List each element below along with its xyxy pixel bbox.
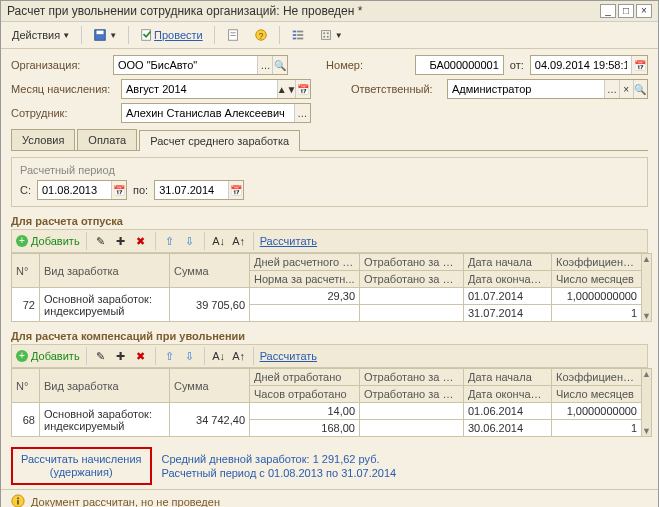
list-icon[interactable] (286, 25, 310, 45)
table-row[interactable]: 72 Основной заработок: индексируемый 39 … (12, 288, 642, 305)
org-search-icon[interactable]: 🔍 (272, 56, 287, 74)
resp-label: Ответственный: (351, 83, 441, 95)
num-input[interactable] (416, 56, 503, 74)
period-to-label: по: (133, 184, 148, 196)
resp-search-icon[interactable]: 🔍 (633, 80, 647, 98)
svg-rect-12 (297, 34, 303, 36)
period-from-label: С: (20, 184, 31, 196)
provesti-button[interactable]: Провести (135, 25, 208, 45)
month-label: Месяц начисления: (11, 83, 115, 95)
svg-rect-13 (297, 38, 303, 40)
sort-asc-icon[interactable]: A↓ (211, 348, 227, 364)
calc-accruals-button[interactable]: Рассчитать начисления (удержания) (11, 447, 152, 485)
svg-rect-21 (17, 500, 19, 504)
month-up-down-icon[interactable]: ▲▼ (277, 80, 295, 98)
help-icon[interactable]: ? (249, 25, 273, 45)
svg-rect-8 (292, 31, 296, 33)
period-to-input[interactable] (155, 181, 228, 199)
section-comp-title: Для расчета компенсаций при увольнении (11, 330, 648, 342)
copy-icon[interactable]: ✚ (113, 348, 129, 364)
period-to-calendar-icon[interactable]: 📅 (228, 181, 243, 199)
recalc-link[interactable]: Рассчитать (260, 235, 317, 247)
sort-desc-icon[interactable]: A↑ (231, 348, 247, 364)
report-icon[interactable] (221, 25, 245, 45)
org-input[interactable] (114, 56, 258, 74)
actions-menu[interactable]: Действия▼ (7, 26, 75, 44)
table-row[interactable]: 68 Основной заработок: индексируемый 34 … (12, 403, 642, 420)
info-icon (11, 494, 25, 507)
num-label: Номер: (326, 59, 409, 71)
delete-icon[interactable]: ✖ (133, 233, 149, 249)
scrollbar[interactable]: ▲▼ (642, 368, 652, 437)
svg-rect-11 (297, 31, 303, 33)
svg-rect-4 (230, 32, 235, 33)
svg-rect-1 (97, 31, 104, 35)
resp-select-icon[interactable]: … (604, 80, 618, 98)
svg-rect-16 (327, 32, 329, 34)
svg-rect-10 (292, 38, 296, 40)
svg-rect-5 (230, 35, 235, 36)
scrollbar[interactable]: ▲▼ (642, 253, 652, 322)
window-title: Расчет при увольнении сотрудника организ… (7, 4, 598, 18)
svg-text:?: ? (258, 31, 263, 41)
svg-rect-14 (321, 31, 330, 40)
comp-grid[interactable]: N° Вид заработка Сумма Дней отработано О… (11, 368, 642, 437)
svg-rect-2 (142, 30, 151, 41)
edit-icon[interactable]: ✎ (93, 233, 109, 249)
svg-rect-15 (323, 32, 325, 34)
add-row-button[interactable]: +Добавить (16, 235, 80, 247)
date-input[interactable] (531, 56, 632, 74)
maximize-button[interactable]: □ (618, 4, 634, 18)
sort-asc-icon[interactable]: A↓ (211, 233, 227, 249)
tab-avg-calc[interactable]: Расчет среднего заработка (139, 130, 300, 151)
resp-clear-icon[interactable]: × (619, 80, 633, 98)
tabs: Условия Оплата Расчет среднего заработка (11, 129, 648, 151)
edit-icon[interactable]: ✎ (93, 348, 109, 364)
vacation-grid[interactable]: N° Вид заработка Сумма Дней расчетного п… (11, 253, 642, 322)
month-input[interactable] (122, 80, 277, 98)
delete-icon[interactable]: ✖ (133, 348, 149, 364)
add-row-button-2[interactable]: +Добавить (16, 350, 80, 362)
footer-info: Средний дневной заработок: 1 291,62 руб.… (162, 452, 397, 480)
settings-icon[interactable]: ▼ (314, 25, 348, 45)
sort-desc-icon[interactable]: A↑ (231, 233, 247, 249)
tab-conditions[interactable]: Условия (11, 129, 75, 150)
move-down-icon[interactable]: ⇩ (182, 233, 198, 249)
move-down-icon[interactable]: ⇩ (182, 348, 198, 364)
svg-rect-17 (323, 36, 325, 38)
minimize-button[interactable]: _ (600, 4, 616, 18)
resp-input[interactable] (448, 80, 604, 98)
period-from-calendar-icon[interactable]: 📅 (111, 181, 126, 199)
save-icon[interactable]: ▼ (88, 25, 122, 45)
emp-input[interactable] (122, 104, 294, 122)
svg-rect-18 (327, 36, 329, 38)
close-button[interactable]: × (636, 4, 652, 18)
move-up-icon[interactable]: ⇧ (162, 348, 178, 364)
month-calendar-icon[interactable]: 📅 (295, 80, 310, 98)
move-up-icon[interactable]: ⇧ (162, 233, 178, 249)
recalc-link-2[interactable]: Рассчитать (260, 350, 317, 362)
tab-payment[interactable]: Оплата (77, 129, 137, 150)
calendar-icon[interactable]: 📅 (631, 56, 647, 74)
period-from-input[interactable] (38, 181, 111, 199)
emp-select-icon[interactable]: … (294, 104, 310, 122)
section-vacation-title: Для расчета отпуска (11, 215, 648, 227)
emp-label: Сотрудник: (11, 107, 115, 119)
svg-rect-20 (17, 498, 19, 500)
from-label: от: (510, 59, 524, 71)
svg-rect-9 (292, 34, 296, 36)
status-text: Документ рассчитан, но не проведен (31, 496, 220, 507)
org-select-icon[interactable]: … (257, 56, 272, 74)
org-label: Организация: (11, 59, 107, 71)
copy-icon[interactable]: ✚ (113, 233, 129, 249)
period-title: Расчетный период (20, 164, 639, 176)
